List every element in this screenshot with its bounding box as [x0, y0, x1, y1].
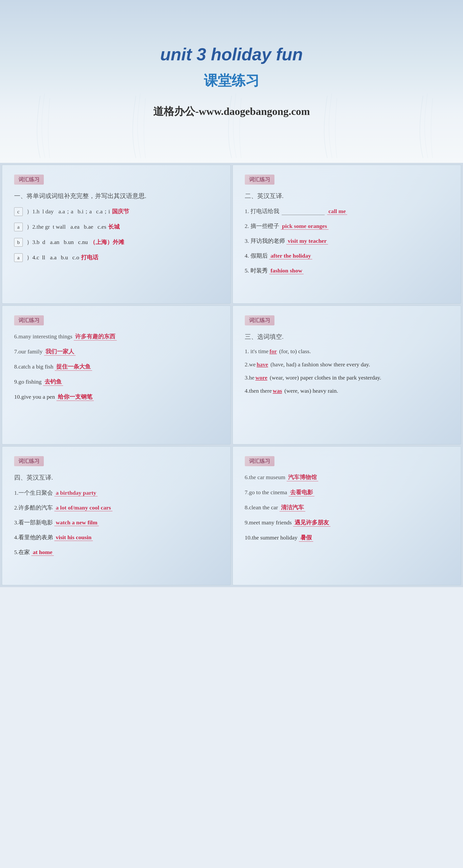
card3-row-6: 6.many interesting things 许多有趣的东西	[14, 333, 219, 341]
c2-num4: 4. 假期后	[245, 253, 268, 259]
c5-answer1: a birthday party	[54, 490, 98, 496]
card4-row-1: 1. it's time for (for, to) class.	[245, 348, 449, 354]
c3-en7: 7.our family	[14, 348, 42, 354]
header-section: unit 3 holiday fun 课堂练习 道格办公-www.daogeba…	[0, 0, 463, 163]
card6-row-9: 9.meet many friends 遇见许多朋友	[245, 519, 449, 527]
c5-answer5: at home	[31, 549, 54, 556]
card-4: 词汇练习 三、选词填空. 1. it's time for (for, to) …	[233, 306, 461, 444]
c4-pre1: 1. it's time	[245, 348, 269, 354]
row2-zh: 长城	[108, 223, 120, 230]
c5-zh5: 5.在家	[14, 549, 30, 555]
card-2: 词汇练习 二、英汉互译. 1. 打电话给我 call me 2. 摘一些橙子 p…	[233, 165, 461, 304]
c6-en10: 10.the summer holiday	[245, 534, 298, 541]
row2-options: a.ea b.ae c.es	[67, 224, 106, 230]
row1-num: ）1.h l day	[27, 208, 54, 215]
c2-num3: 3. 拜访我的老师	[245, 238, 285, 244]
sub-title: 课堂练习	[204, 71, 259, 90]
cards-grid: 词汇练习 一、将单词或词组补充完整，并写出其汉语意思. c ）1.h l day…	[0, 163, 463, 587]
c5-zh1: 1.一个生日聚会	[14, 490, 53, 496]
c6-en8: 8.clean the car	[245, 504, 278, 510]
row4-num: ）4.c ll	[27, 254, 45, 261]
card5-label: 词汇练习	[14, 456, 44, 466]
card1-label: 词汇练习	[14, 175, 44, 185]
c6-en9: 9.meet many friends	[245, 519, 292, 526]
bracket-letter-4: a	[14, 253, 23, 262]
c3-answer8: 捉住一条大鱼	[55, 363, 92, 371]
card2-row-2: 2. 摘一些橙子 pick some oranges	[245, 222, 449, 230]
bracket-letter-2: a	[14, 223, 23, 231]
row2-num: ）2.the gr t wall	[27, 223, 66, 230]
card2-label: 词汇练习	[245, 175, 274, 185]
card3-row-8: 8.catch a big fish 捉住一条大鱼	[14, 363, 219, 371]
card3-row-9: 9.go fishing 去钓鱼	[14, 378, 219, 386]
card2-section-title: 二、英汉互译.	[245, 192, 449, 200]
bracket-letter-1: c	[14, 207, 23, 216]
c2-answer5: fashion show	[269, 268, 304, 274]
card4-section-title: 三、选词填空.	[245, 333, 449, 341]
card2-row-1: 1. 打电话给我 call me	[245, 207, 449, 215]
card3-row-7: 7.our family 我们一家人	[14, 348, 219, 355]
card5-row-3: 3.看一部新电影 watch a new film	[14, 519, 219, 526]
card5-row-2: 2.许多酷的汽车 a lot of/many cool cars	[14, 504, 219, 512]
c3-en8: 8.catch a big fish	[14, 364, 53, 370]
row4-options: a.a b.u c.o	[47, 254, 79, 261]
c4-pre4: 4.then there	[245, 388, 272, 394]
card1-row-1: c ）1.h l day a.a；a b.i；a c.a；i 国庆节	[14, 207, 219, 216]
c2-blank1	[282, 210, 325, 215]
main-title: unit 3 holiday fun	[160, 44, 303, 64]
card1-row-3: b ）3.b d a.an b.un c.nu （上海）外滩	[14, 238, 219, 247]
c3-answer6: 许多有趣的东西	[74, 333, 117, 341]
card4-row-3: 3.he wore (wear, wore) paper clothes in …	[245, 374, 449, 381]
card5-row-5: 5.在家 at home	[14, 548, 219, 556]
card3-row-10: 10.give you a pen 给你一支钢笔	[14, 393, 219, 401]
card2-row-3: 3. 拜访我的老师 visit my teacher	[245, 237, 449, 245]
c2-num5: 5. 时装秀	[245, 268, 268, 274]
card5-section-title: 四、英汉互译.	[14, 473, 219, 482]
card6-row-10: 10.the summer holiday 暑假	[245, 534, 449, 541]
c2-answer2: pick some oranges	[281, 223, 329, 229]
c4-ans1: for	[269, 348, 277, 354]
c5-zh3: 3.看一部新电影	[14, 519, 53, 526]
c6-answer10: 暑假	[299, 534, 313, 541]
c6-en6: 6.the car museum	[245, 474, 286, 480]
c5-answer4: visit his cousin	[54, 534, 93, 541]
card6-label: 词汇练习	[245, 456, 274, 466]
c5-answer3: watch a new film	[54, 519, 99, 526]
c5-zh2: 2.许多酷的汽车	[14, 504, 53, 511]
card6-row-7: 7.go to the cinema 去看电影	[245, 489, 449, 496]
card4-row-2: 2.we have (have, had) a fashion show the…	[245, 361, 449, 368]
bracket-letter-3: b	[14, 238, 23, 247]
row3-zh: （上海）外滩	[90, 238, 124, 246]
c2-num2: 2. 摘一些橙子	[245, 223, 279, 229]
card1-section-title: 一、将单词或词组补充完整，并写出其汉语意思.	[14, 192, 219, 200]
c2-num1: 1. 打电话给我	[245, 208, 279, 214]
row1-zh: 国庆节	[112, 208, 129, 215]
c2-answer3: visit my teacher	[287, 238, 328, 245]
c3-en6: 6.many interesting things	[14, 333, 72, 340]
card2-row-4: 4. 假期后 after the holiday	[245, 252, 449, 259]
c4-pre3: 3.he	[245, 374, 255, 381]
card3-label: 词汇练习	[14, 315, 44, 326]
c6-answer7: 去看电影	[289, 489, 315, 496]
c3-en9: 9.go fishing	[14, 378, 42, 385]
card-1: 词汇练习 一、将单词或词组补充完整，并写出其汉语意思. c ）1.h l day…	[2, 165, 231, 304]
row3-num: ）3.b d	[27, 238, 45, 246]
card-5: 词汇练习 四、英汉互译. 1.一个生日聚会 a birthday party 2…	[2, 446, 231, 585]
card1-row-2: a ）2.the gr t wall a.ea b.ae c.es 长城	[14, 223, 219, 231]
card4-row-4: 4.then there was (were, was) heavy rain.	[245, 388, 449, 394]
c2-answer4: after the holiday	[269, 253, 312, 259]
c3-answer9: 去钓鱼	[43, 378, 63, 386]
c3-answer7: 我们一家人	[44, 348, 76, 355]
c4-opts4: (were, was) heavy rain.	[283, 388, 338, 394]
card5-row-1: 1.一个生日聚会 a birthday party	[14, 489, 219, 497]
c5-zh4: 4.看里他的表弟	[14, 534, 53, 540]
row3-options: a.an b.un c.nu	[47, 239, 88, 245]
card4-label: 词汇练习	[245, 315, 274, 326]
card-6: 词汇练习 6.the car museum 汽车博物馆 7.go to the …	[233, 446, 461, 585]
c4-pre2: 2.we	[245, 361, 256, 368]
card5-row-4: 4.看里他的表弟 visit his cousin	[14, 533, 219, 541]
c5-answer2: a lot of/many cool cars	[54, 504, 112, 511]
card6-row-6: 6.the car museum 汽车博物馆	[245, 473, 449, 481]
card-3: 词汇练习 6.many interesting things 许多有趣的东西 7…	[2, 306, 231, 444]
c6-en7: 7.go to the cinema	[245, 489, 287, 495]
